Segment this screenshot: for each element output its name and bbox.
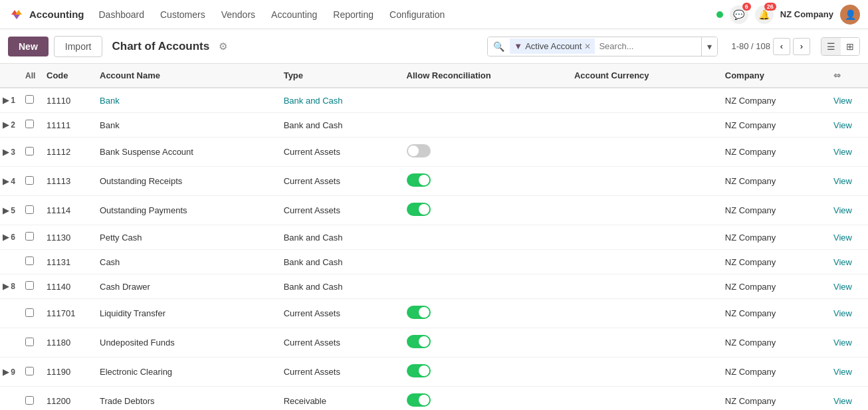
column-adjust-icon[interactable]: ⇔ (833, 70, 841, 80)
col-account-name-header[interactable]: Account Name (94, 64, 278, 88)
account-code: 11140 (41, 274, 94, 299)
reconcile-toggle[interactable] (407, 203, 431, 216)
messages-badge: 6 (742, 3, 751, 11)
account-code: 11112 (41, 138, 94, 167)
row-checkbox[interactable] (25, 281, 34, 290)
reconcile-toggle-cell (401, 88, 569, 113)
col-code-header[interactable]: Code (41, 64, 94, 88)
col-reconcile-header[interactable]: Allow Reconciliation (401, 64, 569, 88)
filter-funnel-icon: ▼ (514, 41, 522, 51)
view-link-cell[interactable]: View (828, 387, 868, 411)
view-link-cell[interactable]: View (828, 88, 868, 113)
group-indicator[interactable]: ▶ 8 (0, 274, 20, 299)
toolbar: New Import Chart of Accounts ⚙ 🔍 ▼ Activ… (0, 29, 868, 64)
group-indicator[interactable]: ▶ 2 (0, 113, 20, 138)
reconcile-toggle-cell (401, 387, 569, 411)
row-checkbox[interactable] (25, 176, 34, 185)
group-indicator[interactable]: ▶ 1 (0, 88, 20, 113)
view-link-cell[interactable]: View (828, 328, 868, 358)
account-name[interactable]: Bank (94, 88, 278, 113)
view-link-cell[interactable]: View (828, 167, 868, 196)
group-indicator[interactable] (0, 250, 20, 274)
alerts-button[interactable]: 🔔 26 (755, 5, 774, 24)
table-row: 11180Undeposited FundsCurrent AssetsNZ C… (0, 328, 868, 358)
row-checkbox[interactable] (25, 147, 34, 155)
account-type: Current Assets (278, 299, 401, 328)
view-link-cell[interactable]: View (828, 113, 868, 138)
search-dropdown-button[interactable]: ▾ (701, 37, 717, 56)
next-page-button[interactable]: › (793, 38, 810, 55)
reconcile-toggle-cell (401, 328, 569, 358)
alerts-badge: 26 (764, 3, 776, 11)
col-currency-header[interactable]: Account Currency (569, 64, 720, 88)
row-checkbox-cell (20, 225, 41, 250)
chat-icon: 💬 (733, 9, 744, 20)
nav-logo: Accounting (8, 6, 84, 23)
search-input[interactable] (595, 37, 701, 55)
group-indicator[interactable]: ▶ 5 (0, 196, 20, 225)
page-title: Chart of Accounts (112, 40, 209, 53)
row-checkbox[interactable] (25, 205, 34, 214)
row-checkbox[interactable] (25, 120, 34, 128)
account-company: NZ Company (720, 299, 828, 328)
nav-accounting[interactable]: Accounting (265, 5, 324, 24)
account-company: NZ Company (720, 88, 828, 113)
row-checkbox[interactable] (25, 338, 34, 346)
messages-button[interactable]: 💬 6 (730, 5, 748, 24)
group-indicator[interactable] (0, 328, 20, 358)
new-button[interactable]: New (8, 37, 49, 56)
view-link-cell[interactable]: View (828, 358, 868, 387)
user-avatar[interactable]: 👤 (840, 5, 860, 25)
kanban-view-button[interactable]: ⊞ (841, 38, 859, 55)
reconcile-toggle[interactable] (407, 306, 431, 319)
filter-close-icon[interactable]: ✕ (584, 42, 591, 51)
col-company-header[interactable]: Company (720, 64, 828, 88)
group-indicator[interactable]: ▶ 6 (0, 225, 20, 250)
col-type-header[interactable]: Type (278, 64, 401, 88)
nav-configuration[interactable]: Configuration (383, 5, 451, 24)
col-actions-header: ⇔ (828, 64, 868, 88)
group-indicator[interactable]: ▶ 3 (0, 138, 20, 167)
table-row: ▶ 411113Outstanding ReceiptsCurrent Asse… (0, 167, 868, 196)
view-link-cell[interactable]: View (828, 250, 868, 274)
row-checkbox[interactable] (25, 95, 34, 104)
row-checkbox[interactable] (25, 308, 34, 317)
row-checkbox-cell (20, 299, 41, 328)
prev-page-button[interactable]: ‹ (773, 38, 790, 55)
group-indicator[interactable]: ▶ 4 (0, 167, 20, 196)
reconcile-toggle[interactable] (407, 173, 431, 187)
col-select-all[interactable]: All (20, 64, 41, 88)
row-checkbox[interactable] (25, 232, 34, 241)
account-currency (569, 250, 720, 274)
view-link-cell[interactable]: View (828, 299, 868, 328)
group-indicator[interactable]: ▶ 9 (0, 358, 20, 387)
account-type: Current Assets (278, 358, 401, 387)
view-link-cell[interactable]: View (828, 225, 868, 250)
account-code: 11113 (41, 167, 94, 196)
table-row: 11200Trade DebtorsReceivableNZ CompanyVi… (0, 387, 868, 411)
col-group (0, 64, 20, 88)
nav-customers[interactable]: Customers (154, 5, 212, 24)
nav-reporting[interactable]: Reporting (326, 5, 380, 24)
reconcile-toggle[interactable] (407, 335, 431, 348)
group-indicator[interactable] (0, 387, 20, 411)
reconcile-toggle[interactable] (407, 393, 431, 407)
group-indicator[interactable] (0, 299, 20, 328)
view-link-cell[interactable]: View (828, 138, 868, 167)
reconcile-toggle[interactable] (407, 364, 431, 377)
import-button[interactable]: Import (54, 36, 103, 57)
nav-dashboard[interactable]: Dashboard (92, 5, 152, 24)
settings-gear-icon[interactable]: ⚙ (219, 41, 227, 52)
nav-vendors[interactable]: Vendors (215, 5, 262, 24)
table-row: 11131CashBank and CashNZ CompanyView (0, 250, 868, 274)
view-link-cell[interactable]: View (828, 274, 868, 299)
reconcile-toggle[interactable] (407, 144, 431, 157)
row-checkbox-cell (20, 196, 41, 225)
list-view-button[interactable]: ☰ (821, 38, 841, 55)
nav-brand: Accounting (29, 9, 84, 20)
row-checkbox[interactable] (25, 396, 34, 405)
nav-right: 💬 6 🔔 26 NZ Company 👤 (716, 5, 860, 25)
row-checkbox[interactable] (25, 367, 34, 375)
row-checkbox[interactable] (25, 256, 34, 265)
view-link-cell[interactable]: View (828, 196, 868, 225)
